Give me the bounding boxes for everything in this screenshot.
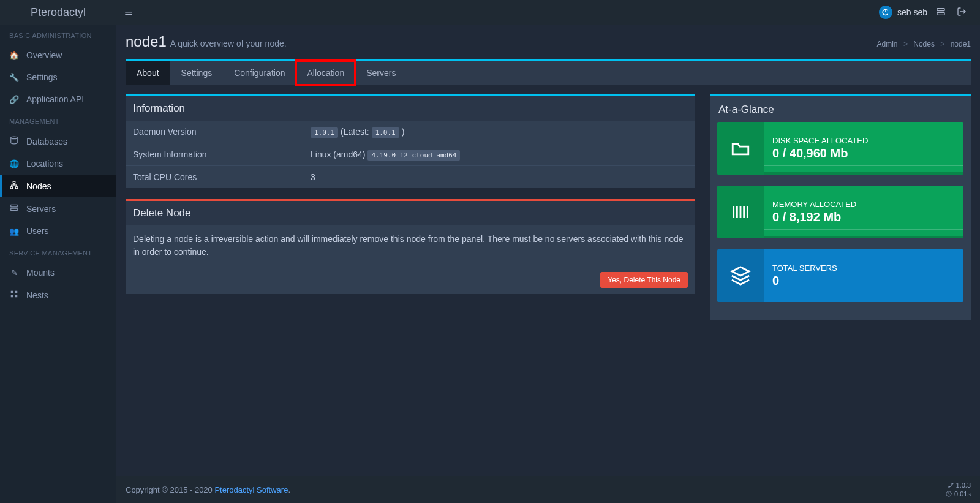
- sidebar-item-databases[interactable]: Databases: [0, 130, 116, 153]
- wrench-icon: 🔧: [9, 73, 19, 82]
- sidebar-item-api[interactable]: 🔗Application API: [0, 88, 116, 110]
- info-row-daemon: Daemon Version 1.0.1 (Latest: 1.0.1 ): [126, 121, 695, 143]
- sidebar-item-nodes[interactable]: Nodes: [0, 175, 116, 197]
- server-icon: [9, 203, 19, 214]
- content: node1 A quick overview of your node. Adm…: [116, 25, 980, 503]
- sidebar-item-overview[interactable]: 🏠Overview: [0, 44, 116, 66]
- breadcrumb-nodes[interactable]: Nodes: [913, 40, 935, 48]
- delete-node-title: Delete Node: [126, 201, 695, 225]
- sidebar-item-locations[interactable]: 🌐Locations: [0, 153, 116, 175]
- user-menu[interactable]: seb seb: [879, 6, 927, 19]
- delete-node-body: Deleting a node is a irreversible action…: [126, 225, 695, 266]
- stat-memory: MEMORY ALLOCATED 0 / 8,192 Mb: [717, 186, 963, 238]
- breadcrumb-current: node1: [951, 40, 971, 48]
- stat-disk: DISK SPACE ALLOCATED 0 / 40,960 Mb: [717, 122, 963, 175]
- svg-marker-26: [732, 267, 749, 276]
- tab-about[interactable]: About: [126, 61, 170, 85]
- users-icon: 👥: [9, 227, 19, 236]
- svg-rect-19: [11, 295, 13, 297]
- tab-servers[interactable]: Servers: [355, 61, 407, 85]
- link-icon: 🔗: [9, 95, 19, 104]
- footer-link[interactable]: Pterodactyl Software: [214, 485, 288, 494]
- info-row-cpu: Total CPU Cores 3: [126, 165, 695, 188]
- grid-icon: [9, 290, 19, 300]
- sidebar-item-settings[interactable]: 🔧Settings: [0, 66, 116, 88]
- user-name: seb seb: [897, 7, 927, 17]
- information-title: Information: [126, 96, 695, 121]
- footer: Copyright © 2015 - 2020 Pterodactyl Soft…: [116, 476, 980, 503]
- sidebar-section-basic: BASIC ADMINISTRATION: [0, 25, 116, 44]
- daemon-version-badge: 1.0.1: [311, 127, 338, 138]
- glance-box: At-a-Glance DISK SPACE ALLOCATED 0 / 40,…: [710, 94, 971, 320]
- breadcrumb-admin[interactable]: Admin: [877, 40, 898, 48]
- stat-servers: TOTAL SERVERS 0: [717, 249, 963, 302]
- delete-node-box: Delete Node Deleting a node is a irrever…: [126, 199, 695, 294]
- svg-point-7: [11, 137, 18, 139]
- sidebar-section-svc: SERVICE MANAGEMENT: [0, 242, 116, 262]
- server-list-icon[interactable]: [933, 7, 948, 18]
- globe-icon: 🌐: [9, 159, 19, 168]
- sidebar-item-nests[interactable]: Nests: [0, 284, 116, 306]
- information-box: Information Daemon Version 1.0.1 (Latest…: [126, 94, 695, 188]
- info-row-system: System Information Linux (amd64) 4.19.0-…: [126, 143, 695, 165]
- sidebar-section-mgmt: MANAGEMENT: [0, 110, 116, 130]
- layers-icon: [717, 249, 764, 302]
- home-icon: 🏠: [9, 51, 19, 60]
- sidebar-item-servers[interactable]: Servers: [0, 197, 116, 220]
- tabs: About Settings Configuration Allocation …: [126, 59, 971, 85]
- page-title: node1: [126, 33, 167, 50]
- svg-rect-5: [937, 12, 944, 15]
- breadcrumb: Admin > Nodes > node1: [877, 40, 971, 48]
- tab-allocation[interactable]: Allocation: [296, 61, 355, 85]
- svg-rect-15: [11, 205, 18, 207]
- avatar-icon: [879, 6, 892, 19]
- barcode-icon: [717, 186, 764, 238]
- git-branch-icon: [948, 482, 954, 488]
- svg-rect-17: [11, 291, 13, 293]
- glance-title: At-a-Glance: [717, 96, 963, 122]
- page-subtitle: A quick overview of your node.: [170, 39, 287, 48]
- topbar: Pterodactyl seb seb: [0, 0, 980, 25]
- tab-configuration[interactable]: Configuration: [223, 61, 296, 85]
- clock-icon: [946, 491, 952, 497]
- svg-rect-16: [11, 208, 18, 211]
- sidebar: BASIC ADMINISTRATION 🏠Overview 🔧Settings…: [0, 25, 116, 503]
- daemon-latest-badge: 1.0.1: [372, 127, 399, 138]
- delete-node-button[interactable]: Yes, Delete This Node: [600, 272, 688, 288]
- tab-settings[interactable]: Settings: [170, 61, 224, 85]
- kernel-badge: 4.19.0-12-cloud-amd64: [368, 150, 460, 161]
- footer-time: 0.01s: [946, 490, 971, 498]
- database-icon: [9, 136, 19, 146]
- svg-rect-4: [937, 8, 944, 10]
- sidebar-toggle[interactable]: [116, 0, 141, 25]
- sidebar-item-users[interactable]: 👥Users: [0, 220, 116, 242]
- folder-icon: [717, 122, 764, 175]
- magic-icon: ✎: [9, 268, 19, 278]
- footer-version: 1.0.3: [946, 481, 971, 490]
- brand-logo[interactable]: Pterodactyl: [0, 6, 116, 19]
- sidebar-item-mounts[interactable]: ✎Mounts: [0, 262, 116, 284]
- svg-rect-20: [15, 295, 17, 297]
- logout-icon[interactable]: [954, 7, 969, 18]
- svg-rect-18: [15, 291, 17, 293]
- sitemap-icon: [9, 181, 19, 191]
